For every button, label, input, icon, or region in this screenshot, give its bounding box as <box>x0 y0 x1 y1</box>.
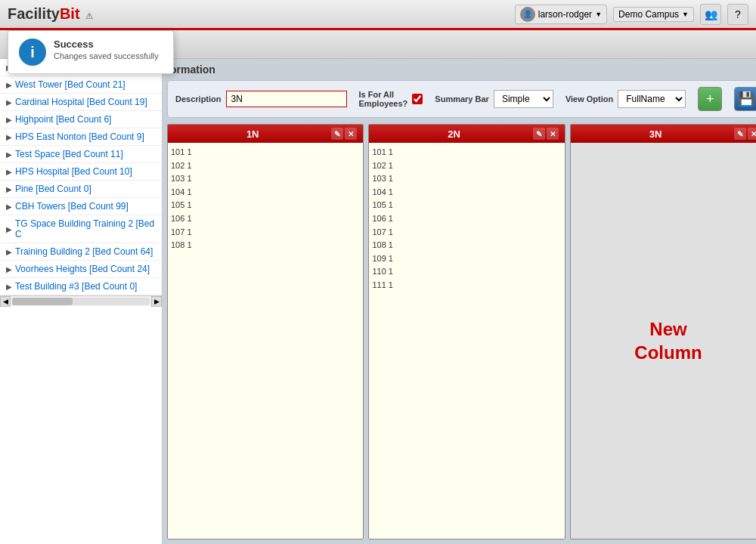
sidebar-item-link[interactable]: Cardinal Hospital [Bed Count 19] <box>15 97 147 107</box>
column-icons: ✎ ✕ <box>734 128 756 140</box>
bed-item[interactable]: 106 1 <box>372 212 561 226</box>
info-icon: i <box>19 39 46 66</box>
new-column-text: NewColumn <box>634 317 702 364</box>
column-body: 101 1102 1103 1104 1105 1106 1107 1108 1… <box>369 143 564 539</box>
column-close-icon[interactable]: ✕ <box>748 128 756 140</box>
contacts-button[interactable]: 👥 <box>700 4 721 25</box>
description-input[interactable] <box>226 91 347 107</box>
column-body: 101 1102 1103 1104 1105 1106 1107 1108 1 <box>168 143 363 539</box>
sidebar-item[interactable]: ▶ Cardinal Hospital [Bed Count 19] <box>0 94 162 111</box>
bed-item[interactable]: 101 1 <box>372 146 561 159</box>
column-title: 1N <box>174 128 331 140</box>
bed-item[interactable]: 102 1 <box>171 159 360 173</box>
bed-item[interactable]: 102 1 <box>372 159 561 173</box>
sidebar-item-link[interactable]: HPS Hospital [Bed Count 10] <box>15 166 132 177</box>
scroll-left-button[interactable]: ◀ <box>0 296 11 307</box>
sidebar-item[interactable]: ▶ HPS East Nonton [Bed Count 9] <box>0 128 162 146</box>
column-edit-icon[interactable]: ✎ <box>734 128 746 140</box>
bed-item[interactable]: 108 1 <box>171 239 360 252</box>
bed-item[interactable]: 104 1 <box>372 186 561 199</box>
sidebar-item-link[interactable]: Voorhees Heights [Bed Count 24] <box>15 264 150 274</box>
column-icons: ✎ ✕ <box>331 128 357 140</box>
form-row: Description Is For AllEmployees? Summary… <box>167 80 756 118</box>
description-label: Description <box>175 94 222 104</box>
column-edit-icon[interactable]: ✎ <box>331 128 343 140</box>
campus-dropdown[interactable]: Demo Campus ▼ <box>613 7 694 22</box>
sidebar-arrow-icon: ▶ <box>6 185 12 193</box>
column-close-icon[interactable]: ✕ <box>547 128 559 140</box>
right-panel: ormation Description Is For AllEmployees… <box>163 59 756 544</box>
help-button[interactable]: ? <box>727 4 748 25</box>
sidebar-arrow-icon: ▶ <box>6 283 12 291</box>
sidebar-item-link[interactable]: HPS East Nonton [Bed Count 9] <box>15 131 144 142</box>
bed-item[interactable]: 103 1 <box>372 172 561 186</box>
bed-item[interactable]: 110 1 <box>372 265 561 279</box>
main-content: ▶ Main Building [Bed Count 0] ▶ West Tow… <box>0 59 756 544</box>
sidebar: ▶ Main Building [Bed Count 0] ▶ West Tow… <box>0 59 163 544</box>
bed-item[interactable]: 107 1 <box>372 226 561 240</box>
sidebar-item-link[interactable]: Test Building #3 [Bed Count 0] <box>15 281 137 292</box>
description-group: Description <box>175 91 347 107</box>
notification-message: Changes saved successfully <box>54 51 159 60</box>
sidebar-arrow-icon: ▶ <box>6 168 12 176</box>
add-column-button[interactable]: + <box>698 87 722 111</box>
sidebar-item-link[interactable]: West Tower [Bed Count 21] <box>15 79 125 90</box>
sidebar-item[interactable]: ▶ HPS Hospital [Bed Count 10] <box>0 163 162 181</box>
view-option-group: View Option FullName LastName FirstName <box>565 90 686 108</box>
sidebar-item[interactable]: ▶ Voorhees Heights [Bed Count 24] <box>0 261 162 278</box>
sidebar-item-link[interactable]: Highpoint [Bed Count 6] <box>15 114 111 125</box>
view-option-label: View Option <box>565 94 613 104</box>
sidebar-item[interactable]: ▶ Pine [Bed Count 0] <box>0 181 162 198</box>
sidebar-arrow-icon: ▶ <box>6 225 12 233</box>
sidebar-item-link[interactable]: Pine [Bed Count 0] <box>15 184 91 194</box>
sidebar-arrow-icon: ▶ <box>6 202 12 211</box>
sidebar-item[interactable]: ▶ Training Building 2 [Bed Count 64] <box>0 243 162 261</box>
bed-item[interactable]: 104 1 <box>171 186 360 199</box>
sidebar-item[interactable]: ▶ Highpoint [Bed Count 6] <box>0 111 162 128</box>
scroll-track <box>12 298 150 305</box>
scroll-right-button[interactable]: ▶ <box>151 296 162 307</box>
bed-item[interactable]: 107 1 <box>171 226 360 240</box>
column-icons: ✎ ✕ <box>533 128 559 140</box>
sidebar-item[interactable]: ▶ Test Building #3 [Bed Count 0] <box>0 278 162 295</box>
sidebar-item-link[interactable]: Test Space [Bed Count 11] <box>15 149 123 159</box>
save-button[interactable]: 💾 <box>734 87 756 111</box>
column-panel-col-1n: 1N ✎ ✕ 101 1102 1103 1104 1105 1106 1107… <box>167 124 364 539</box>
sidebar-item[interactable]: ▶ CBH Towers [Bed Count 99] <box>0 198 162 215</box>
sidebar-arrow-icon: ▶ <box>6 98 12 107</box>
sidebar-arrow-icon: ▶ <box>6 133 12 141</box>
bed-item[interactable]: 106 1 <box>171 212 360 226</box>
sidebar-item-link[interactable]: TG Space Building Training 2 [Bed C <box>15 218 156 240</box>
sidebar-item-link[interactable]: CBH Towers [Bed Count 99] <box>15 201 129 212</box>
column-edit-icon[interactable]: ✎ <box>533 128 545 140</box>
column-close-icon[interactable]: ✕ <box>345 128 357 140</box>
logo: FacilityBit ⚠ <box>8 5 93 23</box>
column-panel-col-3n: 3N ✎ ✕ NewColumn <box>570 124 756 539</box>
sidebar-arrow-icon: ▶ <box>6 265 12 274</box>
bed-item[interactable]: 101 1 <box>171 146 360 159</box>
bed-item[interactable]: 109 1 <box>372 252 561 266</box>
summary-bar-select[interactable]: Simple Detailed None <box>494 90 553 108</box>
sidebar-item[interactable]: ▶ Test Space [Bed Count 11] <box>0 146 162 163</box>
username: larson-rodger <box>538 9 592 20</box>
notification-content: Success Changes saved successfully <box>54 39 159 60</box>
view-option-select[interactable]: FullName LastName FirstName <box>618 90 686 108</box>
sidebar-item[interactable]: ▶ West Tower [Bed Count 21] <box>0 76 162 94</box>
is-for-all-group: Is For AllEmployees? <box>359 90 423 108</box>
is-for-all-checkbox[interactable] <box>412 94 423 104</box>
header: FacilityBit ⚠ 👤 larson-rodger ▼ Demo Cam… <box>0 0 756 30</box>
sidebar-item-link[interactable]: Training Building 2 [Bed Count 64] <box>15 246 153 257</box>
success-notification: i Success Changes saved successfully <box>8 30 174 74</box>
sidebar-scrollbar[interactable]: ◀ ▶ <box>0 295 162 306</box>
bed-item[interactable]: 103 1 <box>171 172 360 186</box>
sidebar-item[interactable]: ▶ TG Space Building Training 2 [Bed C <box>0 215 162 243</box>
user-chevron-icon: ▼ <box>595 11 602 18</box>
bed-item[interactable]: 105 1 <box>372 199 561 212</box>
scroll-thumb <box>12 298 73 305</box>
bed-item[interactable]: 111 1 <box>372 279 561 292</box>
bed-item[interactable]: 105 1 <box>171 199 360 212</box>
campus-chevron-icon: ▼ <box>682 11 689 18</box>
column-title: 3N <box>577 128 734 140</box>
user-dropdown[interactable]: 👤 larson-rodger ▼ <box>515 5 607 24</box>
bed-item[interactable]: 108 1 <box>372 239 561 252</box>
